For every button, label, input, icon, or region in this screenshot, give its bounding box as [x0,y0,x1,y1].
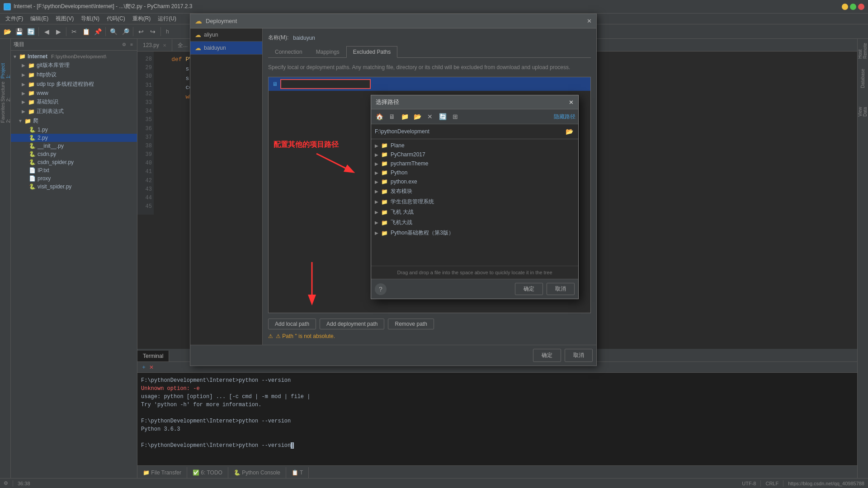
terminal-content[interactable]: F:\pythonDevelopment\Internet>python --v… [137,373,857,465]
tree-item-proxy[interactable]: 📄 proxy [11,174,137,183]
project-expand-btn[interactable]: ≡ [129,42,134,47]
deployment-close-btn[interactable]: ✕ [587,18,592,24]
bottom-tab-file-transfer[interactable]: 📁 File Transfer [137,467,187,478]
deployment-cancel-btn[interactable]: 取消 [565,349,593,362]
editor-bottom-tabs: 📁 File Transfer ✅ 6: TODO 🐍 Python Conso… [137,465,857,478]
tree-item-1py[interactable]: 🐍 1.py [11,126,137,134]
close-button[interactable] [858,4,864,10]
tree-item-init[interactable]: 🐍 __init__.py [11,142,137,150]
toolbar-forward[interactable]: ▶ [53,26,64,37]
path-home-btn[interactable]: 🏠 [374,111,385,122]
terminal-add-icon[interactable]: ＋ [141,363,146,371]
menu-run[interactable]: 运行(U) [154,14,180,23]
menu-code[interactable]: 代码(C) [103,14,129,23]
tab-123py-close[interactable]: ✕ [163,43,166,48]
path-item-python-basics[interactable]: ▶ 📁 Python基础教程（第3版） [371,228,578,238]
server-aliyun[interactable]: ☁ aliyun [190,28,262,42]
path-item-python[interactable]: ▶ 📁 Python [371,168,578,177]
path-cancel-btn[interactable]: 取消 [547,283,575,295]
tab-123py[interactable]: 123.py ✕ [137,39,172,51]
path-desktop-btn[interactable]: 🖥 [387,111,397,122]
path-item-student[interactable]: ▶ 📁 学生信息管理系统 [371,197,578,207]
deploy-tab-connection[interactable]: Connection [268,46,309,57]
maximize-button[interactable] [850,4,856,10]
tree-item-pa[interactable]: ▼ 📁 爬 [11,116,137,126]
path-item-pycharm2017[interactable]: ▶ 📁 PyCharm2017 [371,150,578,159]
menu-refactor[interactable]: 重构(R) [129,14,155,23]
sidebar-structure-icon[interactable]: 2: Structure [0,87,10,97]
path-view-btn[interactable]: ⊞ [450,111,461,122]
tree-item-regex[interactable]: ▶ 📁 正则表达式 [11,107,137,116]
sidebar-remote-host[interactable]: Remote Host [859,41,868,59]
tree-item-git[interactable]: ▶ 📁 git版本库管理 [11,61,137,70]
tree-item-csdn-spider[interactable]: 🐍 csdn_spider.py [11,158,137,166]
path-dialog-close-btn[interactable]: ✕ [569,99,574,106]
path-delete-btn[interactable]: ✕ [425,111,435,122]
title-bar: 🌐 Internet - [F:\pythonDevelopment\Inter… [0,0,868,14]
toolbar-open[interactable]: 📂 [2,26,13,37]
status-left-icons: ⚙ [4,480,8,486]
bottom-tab-terminal[interactable]: Terminal [137,351,169,361]
tree-item-csdn[interactable]: 🐍 csdn.py [11,150,137,158]
tree-item-http[interactable]: ▶ 📁 http协议 [11,70,137,80]
path-help-btn[interactable]: ? [375,283,387,295]
tree-udp-arrow: ▶ [22,82,26,87]
path-location-btn[interactable]: 📂 [564,126,575,137]
project-settings-btn[interactable]: ⚙ [121,42,127,47]
tree-item-2py[interactable]: 🐍 2.py [11,134,137,142]
remove-path-btn[interactable]: Remove path [388,319,434,329]
path-folder-btn[interactable]: 📁 [399,111,410,122]
minimize-button[interactable] [842,4,848,10]
terminal-close-icon[interactable]: ✕ [149,364,154,371]
bottom-tab-t[interactable]: 📋 T [286,467,309,478]
tree-item-udp[interactable]: ▶ 📁 udp tcp 多线程进程协程 [11,80,137,89]
add-local-path-btn[interactable]: Add local path [268,319,316,329]
bottom-tab-python-console[interactable]: 🐍 Python Console [228,467,286,478]
tree-item-ip[interactable]: 📄 IP.txt [11,166,137,174]
menu-file[interactable]: 文件(F) [2,14,27,23]
tree-basics-arrow: ▶ [22,99,26,104]
menu-navigate[interactable]: 导航(N) [77,14,103,23]
excluded-path-item-1[interactable]: 🖥 [269,77,590,91]
status-settings-icon[interactable]: ⚙ [4,480,8,486]
toolbar-back[interactable]: ◀ [41,26,52,37]
path-item-fabu[interactable]: ▶ 📁 发布模块 [371,186,578,197]
tree-root-internet[interactable]: ▼ 📁 Internet F:\pythonDevelopment\ [11,52,137,61]
path-item-plane-war2[interactable]: ▶ 📁 飞机大战 [371,217,578,228]
add-deployment-path-btn[interactable]: Add deployment path [320,319,384,329]
menu-edit[interactable]: 编辑(E) [27,14,52,23]
toolbar-copy[interactable]: 📋 [80,26,91,37]
path-item-plane-war[interactable]: ▶ 📁 飞机 大战 [371,207,578,217]
sidebar-project-icon[interactable]: 1: Project [0,66,10,76]
server-baiduyun[interactable]: ☁ baiduyun [190,42,262,55]
tree-item-visit-spider[interactable]: 🐍 visit_spider.py [11,183,137,191]
deployment-ok-btn[interactable]: 确定 [533,349,561,362]
toolbar-paste[interactable]: 📌 [92,26,103,37]
toolbar-undo[interactable]: ↩ [136,26,146,37]
bottom-tab-todo[interactable]: ✅ 6: TODO [187,467,228,478]
deploy-tab-mappings[interactable]: Mappings [309,46,346,57]
status-encoding-label: UTF-8 [742,481,756,486]
tree-item-basics[interactable]: ▶ 📁 基础知识 [11,97,137,107]
tree-item-www[interactable]: ▶ 📁 www [11,89,137,97]
path-item-pythonexe[interactable]: ▶ 📁 python.exe [371,177,578,186]
menu-view[interactable]: 视图(V) [52,14,77,23]
path-item-pycharmtheme[interactable]: ▶ 📁 pycharmTheme [371,159,578,168]
toolbar-search[interactable]: 🔍 [108,26,119,37]
excluded-path-input-1[interactable] [280,79,371,89]
toolbar-cut[interactable]: ✂ [69,26,80,37]
path-folder-plane: 📁 [381,142,388,149]
toolbar-redo[interactable]: ↪ [147,26,158,37]
path-new-folder-btn[interactable]: 📂 [412,111,423,122]
path-ok-btn[interactable]: 确定 [515,283,543,295]
deploy-tab-excluded[interactable]: Excluded Paths [346,46,397,58]
toolbar-save[interactable]: 💾 [14,26,24,37]
sidebar-favorites-icon[interactable]: 2: Favorites [0,108,10,117]
sidebar-data-view[interactable]: Data View [859,99,868,117]
path-refresh-btn[interactable]: 🔄 [437,111,448,122]
toolbar-refresh[interactable]: 🔄 [25,26,36,37]
toolbar-search-2[interactable]: 🔎 [120,26,131,37]
hidden-paths-link[interactable]: 隐藏路径 [554,113,576,121]
path-item-plane[interactable]: ▶ 📁 Plane [371,141,578,150]
sidebar-database[interactable]: Database [859,70,868,88]
